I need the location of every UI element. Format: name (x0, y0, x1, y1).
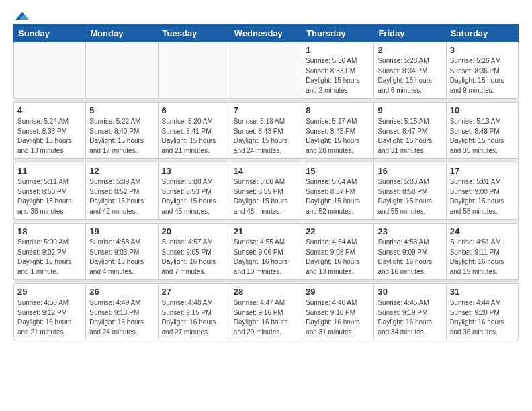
day-info: Sunrise: 5:17 AM Sunset: 8:45 PM Dayligh… (306, 117, 370, 156)
calendar-cell: 13Sunrise: 5:08 AM Sunset: 8:53 PM Dayli… (158, 163, 230, 220)
calendar-cell: 9Sunrise: 5:15 AM Sunset: 8:47 PM Daylig… (374, 103, 446, 159)
calendar-cell: 5Sunrise: 5:22 AM Sunset: 8:40 PM Daylig… (86, 103, 158, 159)
day-number: 24 (450, 226, 515, 236)
calendar-cell: 29Sunrise: 4:46 AM Sunset: 9:18 PM Dayli… (302, 284, 374, 340)
calendar-cell: 10Sunrise: 5:13 AM Sunset: 8:48 PM Dayli… (446, 103, 518, 159)
calendar-cell: 7Sunrise: 5:18 AM Sunset: 8:43 PM Daylig… (230, 103, 302, 159)
day-info: Sunrise: 5:20 AM Sunset: 8:41 PM Dayligh… (162, 117, 226, 156)
day-number: 28 (234, 287, 298, 297)
calendar-cell: 16Sunrise: 5:03 AM Sunset: 8:58 PM Dayli… (374, 163, 446, 220)
calendar-cell: 30Sunrise: 4:45 AM Sunset: 9:19 PM Dayli… (374, 284, 446, 340)
calendar-cell: 19Sunrise: 4:58 AM Sunset: 9:03 PM Dayli… (86, 224, 158, 280)
column-header-monday: Monday (86, 25, 158, 42)
column-header-thursday: Thursday (302, 25, 374, 42)
day-info: Sunrise: 4:49 AM Sunset: 9:13 PM Dayligh… (89, 298, 154, 337)
day-number: 21 (234, 226, 298, 236)
day-number: 9 (378, 105, 442, 116)
day-info: Sunrise: 4:51 AM Sunset: 9:11 PM Dayligh… (450, 238, 515, 277)
calendar-cell: 14Sunrise: 5:06 AM Sunset: 8:55 PM Dayli… (230, 163, 302, 220)
day-number: 6 (162, 105, 226, 116)
day-number: 27 (162, 287, 226, 297)
day-info: Sunrise: 4:47 AM Sunset: 9:16 PM Dayligh… (234, 298, 298, 337)
calendar-cell: 17Sunrise: 5:01 AM Sunset: 9:00 PM Dayli… (446, 163, 518, 220)
calendar-cell: 26Sunrise: 4:49 AM Sunset: 9:13 PM Dayli… (86, 284, 158, 340)
day-number: 14 (234, 166, 298, 176)
day-number: 4 (17, 105, 82, 116)
day-number: 22 (306, 226, 370, 236)
calendar-cell (86, 42, 158, 99)
day-info: Sunrise: 4:45 AM Sunset: 9:19 PM Dayligh… (378, 298, 442, 337)
day-info: Sunrise: 4:44 AM Sunset: 9:20 PM Dayligh… (450, 298, 515, 337)
calendar-cell: 12Sunrise: 5:09 AM Sunset: 8:52 PM Dayli… (86, 163, 158, 220)
calendar-cell: 6Sunrise: 5:20 AM Sunset: 8:41 PM Daylig… (158, 103, 230, 159)
day-number: 5 (89, 105, 154, 116)
day-number: 12 (89, 166, 154, 176)
calendar-cell: 4Sunrise: 5:24 AM Sunset: 8:38 PM Daylig… (14, 103, 86, 159)
calendar-cell: 24Sunrise: 4:51 AM Sunset: 9:11 PM Dayli… (446, 224, 518, 280)
header (13, 11, 519, 19)
day-info: Sunrise: 4:57 AM Sunset: 9:05 PM Dayligh… (162, 238, 226, 277)
calendar-cell (14, 42, 86, 99)
day-info: Sunrise: 5:11 AM Sunset: 8:50 PM Dayligh… (17, 177, 82, 216)
day-info: Sunrise: 4:50 AM Sunset: 9:12 PM Dayligh… (17, 298, 82, 337)
day-number: 7 (234, 105, 298, 116)
calendar-cell: 27Sunrise: 4:48 AM Sunset: 9:15 PM Dayli… (158, 284, 230, 340)
column-header-tuesday: Tuesday (158, 25, 230, 42)
day-number: 20 (162, 226, 226, 236)
day-number: 18 (17, 226, 82, 236)
day-info: Sunrise: 5:03 AM Sunset: 8:58 PM Dayligh… (378, 177, 442, 216)
calendar-cell (158, 42, 230, 99)
day-info: Sunrise: 5:18 AM Sunset: 8:43 PM Dayligh… (234, 117, 298, 156)
day-info: Sunrise: 5:09 AM Sunset: 8:52 PM Dayligh… (89, 177, 154, 216)
day-number: 29 (306, 287, 370, 297)
calendar-cell: 2Sunrise: 5:28 AM Sunset: 8:34 PM Daylig… (374, 42, 446, 99)
calendar-cell: 8Sunrise: 5:17 AM Sunset: 8:45 PM Daylig… (302, 103, 374, 159)
calendar-cell: 21Sunrise: 4:55 AM Sunset: 9:06 PM Dayli… (230, 224, 302, 280)
day-number: 13 (162, 166, 226, 176)
day-info: Sunrise: 4:55 AM Sunset: 9:06 PM Dayligh… (234, 238, 298, 277)
day-number: 15 (306, 166, 370, 176)
calendar-cell: 25Sunrise: 4:50 AM Sunset: 9:12 PM Dayli… (14, 284, 86, 340)
calendar-cell: 18Sunrise: 5:00 AM Sunset: 9:02 PM Dayli… (14, 224, 86, 280)
day-number: 3 (450, 45, 515, 55)
calendar-cell (230, 42, 302, 99)
calendar-cell: 11Sunrise: 5:11 AM Sunset: 8:50 PM Dayli… (14, 163, 86, 220)
day-number: 8 (306, 105, 370, 116)
day-number: 1 (306, 45, 370, 55)
column-header-friday: Friday (374, 25, 446, 42)
day-number: 11 (17, 166, 82, 176)
calendar-cell: 31Sunrise: 4:44 AM Sunset: 9:20 PM Dayli… (446, 284, 518, 340)
calendar-cell: 28Sunrise: 4:47 AM Sunset: 9:16 PM Dayli… (230, 284, 302, 340)
day-info: Sunrise: 5:26 AM Sunset: 8:36 PM Dayligh… (450, 56, 515, 95)
day-info: Sunrise: 4:54 AM Sunset: 9:08 PM Dayligh… (306, 238, 370, 277)
day-info: Sunrise: 5:28 AM Sunset: 8:34 PM Dayligh… (378, 56, 442, 95)
logo-icon (15, 11, 29, 21)
calendar-header-row: SundayMondayTuesdayWednesdayThursdayFrid… (14, 25, 519, 42)
day-number: 30 (378, 287, 442, 297)
day-info: Sunrise: 5:13 AM Sunset: 8:48 PM Dayligh… (450, 117, 515, 156)
calendar-cell: 20Sunrise: 4:57 AM Sunset: 9:05 PM Dayli… (158, 224, 230, 280)
day-info: Sunrise: 5:01 AM Sunset: 9:00 PM Dayligh… (450, 177, 515, 216)
calendar-cell: 15Sunrise: 5:04 AM Sunset: 8:57 PM Dayli… (302, 163, 374, 220)
day-info: Sunrise: 5:22 AM Sunset: 8:40 PM Dayligh… (89, 117, 154, 156)
day-info: Sunrise: 5:15 AM Sunset: 8:47 PM Dayligh… (378, 117, 442, 156)
day-info: Sunrise: 4:58 AM Sunset: 9:03 PM Dayligh… (89, 238, 154, 277)
logo (13, 11, 29, 19)
calendar-cell: 1Sunrise: 5:30 AM Sunset: 8:33 PM Daylig… (302, 42, 374, 99)
day-info: Sunrise: 5:08 AM Sunset: 8:53 PM Dayligh… (162, 177, 226, 216)
day-number: 16 (378, 166, 442, 176)
column-header-wednesday: Wednesday (230, 25, 302, 42)
day-number: 31 (450, 287, 515, 297)
page: SundayMondayTuesdayWednesdayThursdayFrid… (0, 0, 532, 351)
day-info: Sunrise: 4:53 AM Sunset: 9:09 PM Dayligh… (378, 238, 442, 277)
day-number: 2 (378, 45, 442, 55)
calendar-week-3: 11Sunrise: 5:11 AM Sunset: 8:50 PM Dayli… (14, 163, 519, 220)
day-info: Sunrise: 5:24 AM Sunset: 8:38 PM Dayligh… (17, 117, 82, 156)
day-number: 23 (378, 226, 442, 236)
day-number: 26 (89, 287, 154, 297)
day-info: Sunrise: 4:48 AM Sunset: 9:15 PM Dayligh… (162, 298, 226, 337)
day-number: 17 (450, 166, 515, 176)
calendar-week-5: 25Sunrise: 4:50 AM Sunset: 9:12 PM Dayli… (14, 284, 519, 340)
day-info: Sunrise: 5:00 AM Sunset: 9:02 PM Dayligh… (17, 238, 82, 277)
day-info: Sunrise: 4:46 AM Sunset: 9:18 PM Dayligh… (306, 298, 370, 337)
